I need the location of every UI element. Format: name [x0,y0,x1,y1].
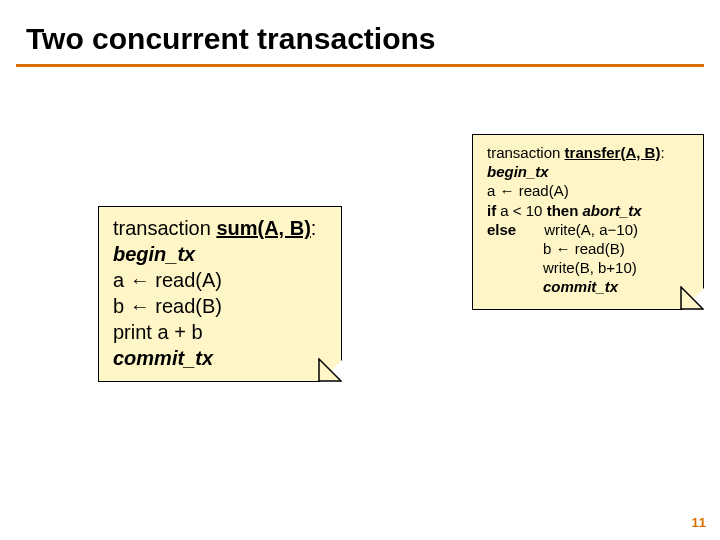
tr-line-2: begin_tx [487,162,689,181]
sum-line-4: b ← read(B) [113,293,327,319]
tr-l4-abort: abort_tx [582,202,641,219]
note-sum: transaction sum(A, B): begin_tx a ← read… [98,206,342,382]
tr-line-7: write(B, b+10) [487,258,689,277]
slide-title: Two concurrent transactions [0,0,720,64]
tr-l4-cond: a < 10 [496,202,546,219]
page-number: 11 [692,515,706,530]
tr-l5-else: else [487,221,516,238]
sum-line-5: print a + b [113,319,327,345]
dogear-fold [320,360,342,382]
sum-l1-prefix: transaction [113,217,216,239]
tr-line-6: b ← read(B) [487,239,689,258]
tr-l4-if: if [487,202,496,219]
tr-line-5: elsewrite(A, a−10) [487,220,689,239]
tr-l4-then: then [547,202,583,219]
note-transfer: transaction transfer(A, B): begin_tx a ←… [472,134,704,310]
tr-l5-write: write(A, a−10) [544,221,638,238]
tr-line-1: transaction transfer(A, B): [487,143,689,162]
tr-l1-prefix: transaction [487,144,565,161]
tr-l1-colon: : [660,144,664,161]
tr-line-4: if a < 10 then abort_tx [487,201,689,220]
dogear-fold [682,288,704,310]
sum-line-6: commit_tx [113,345,327,371]
tr-line-3: a ← read(A) [487,181,689,200]
sum-l1-colon: : [311,217,317,239]
sum-line-1: transaction sum(A, B): [113,215,327,241]
tr-line-8: commit_tx [487,277,689,296]
sum-line-3: a ← read(A) [113,267,327,293]
tr-l1-name: transfer(A, B) [565,144,661,161]
sum-line-2: begin_tx [113,241,327,267]
title-underline [16,64,704,67]
sum-l1-name: sum(A, B) [216,217,310,239]
